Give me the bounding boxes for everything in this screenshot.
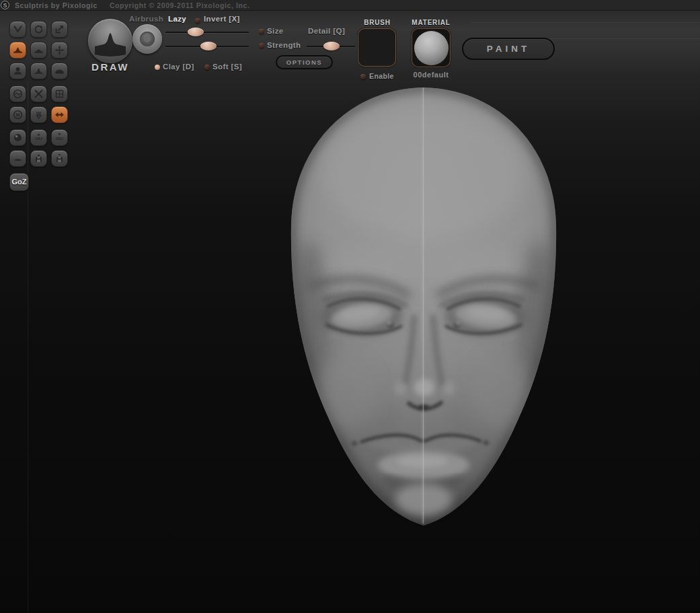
size-radio[interactable] [259,29,264,34]
invert-radio[interactable] [195,18,200,24]
size-slider-knob[interactable] [188,28,204,36]
mask-button[interactable]: M [9,106,26,123]
obj-up-icon: OBJ [33,132,44,143]
app-title: Sculptris by Pixologic [15,1,98,9]
copyright-text: Copyright © 2009-2011 Pixologic, Inc. [110,1,250,9]
file-tool-group: OBJOBJ [9,129,71,167]
brush-enable-label[interactable]: Enable [369,72,394,80]
grab-tool-button[interactable] [51,42,68,59]
reduce-selected-button[interactable] [9,85,26,102]
active-tool-label: DRAW [86,61,134,73]
crease-tool-button[interactable] [9,21,26,38]
airbrush-center-icon [144,36,151,42]
subdivide-icon [54,88,65,100]
smooth-icon [54,65,65,77]
material-name: 00default [405,71,457,79]
detail-label: Detail [Q] [308,27,345,35]
utility-tool-group: MW [9,85,71,123]
inflate-tool-button[interactable] [9,63,26,79]
draw-icon [12,44,24,56]
brush-panel-title: BRUSH [355,19,399,26]
crease-icon [12,24,24,35]
paint-mode-button[interactable]: PAINT [462,38,555,60]
save-file-button[interactable] [51,150,68,167]
draw-brush-profile-icon [88,19,132,63]
flatten-tool-button[interactable] [30,42,47,59]
new-sphere-button[interactable] [9,129,26,146]
detail-slider-knob[interactable] [323,42,340,50]
detail-slider[interactable] [307,46,355,47]
scale-icon [54,24,65,35]
pinch-tool-button[interactable] [30,63,47,79]
sphere-icon [12,132,24,143]
material-sphere-preview [414,31,449,65]
sculpt-tool-group [9,21,71,79]
grab-icon [54,44,65,56]
material-panel-title: MATERIAL [407,19,455,26]
open-file-button[interactable] [30,150,47,167]
sculpted-head-model[interactable] [282,73,565,537]
export-obj-button[interactable]: OBJ [51,129,68,146]
svg-text:M: M [16,112,20,118]
brush-enable-radio[interactable] [360,74,366,79]
title-bar: S Sculptris by Pixologic Copyright © 200… [0,0,700,11]
disk-up-icon [33,153,44,164]
soft-radio[interactable] [204,65,210,70]
strength-slider[interactable] [165,46,249,47]
svg-text:OBJ: OBJ [56,137,63,141]
invert-label[interactable]: Invert [X] [204,15,240,23]
inflate-icon [12,65,24,77]
tool-palette: MW OBJOBJ GoZ [9,21,71,191]
toolbar-divider-line [471,22,700,23]
strength-label: Strength [267,41,301,49]
airbrush-mode-button[interactable] [132,24,162,54]
rotate-tool-button[interactable] [30,21,47,38]
lazy-toggle[interactable]: Lazy [168,15,186,23]
clay-radio[interactable] [155,65,160,70]
pinch-icon [33,65,44,77]
flatten-icon [33,44,44,56]
new-plane-button[interactable] [9,150,26,167]
symmetry-icon [54,109,65,120]
subdivide-all-button[interactable] [51,85,68,102]
smooth-tool-button[interactable] [51,63,68,79]
mask-icon: M [12,109,24,120]
app-window: S Sculptris by Pixologic Copyright © 200… [0,0,700,613]
scale-tool-button[interactable] [51,21,68,38]
goz-button[interactable]: GoZ [9,173,29,191]
plane-icon [12,153,24,164]
clay-label[interactable]: Clay [D] [163,63,194,71]
import-obj-button[interactable]: OBJ [30,129,47,146]
disk-down-icon [54,153,65,164]
sculptris-logo-icon: S [1,1,9,9]
size-label: Size [267,27,284,35]
soft-label[interactable]: Soft [S] [212,63,242,71]
obj-down-icon: OBJ [54,132,65,143]
options-button[interactable]: OPTIONS [276,55,333,69]
size-slider[interactable] [165,32,249,33]
reduce-brush-button[interactable] [30,85,47,102]
reduce-icon [12,88,24,100]
brush-texture-slot[interactable] [358,28,396,67]
xmark-icon [33,88,44,100]
strength-radio[interactable] [259,43,264,48]
sculpt-viewport[interactable] [0,0,700,613]
wireframe-button[interactable]: W [30,106,47,123]
airbrush-toggle[interactable]: Airbrush [129,15,163,23]
material-slot[interactable] [412,28,451,67]
svg-text:OBJ: OBJ [35,137,42,141]
strength-slider-knob[interactable] [200,42,217,50]
brush-preview-button[interactable] [88,19,132,63]
wireframe-icon: W [33,109,44,120]
symmetry-button[interactable] [51,106,68,123]
rotate-icon [33,24,44,35]
draw-tool-button[interactable] [9,42,26,59]
